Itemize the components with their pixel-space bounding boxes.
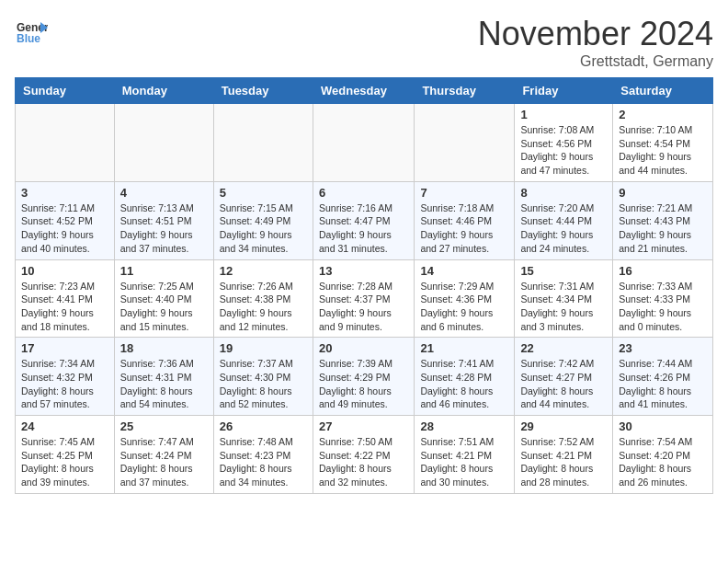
day-info: Sunrise: 7:08 AM Sunset: 4:56 PM Dayligh…: [520, 123, 607, 178]
calendar-day-cell: [313, 104, 414, 182]
day-info: Sunrise: 7:25 AM Sunset: 4:40 PM Dayligh…: [120, 280, 208, 334]
calendar-day-cell: 7Sunrise: 7:18 AM Sunset: 4:46 PM Daylig…: [415, 181, 515, 259]
day-number: 28: [420, 419, 508, 433]
day-info: Sunrise: 7:18 AM Sunset: 4:46 PM Dayligh…: [420, 201, 508, 256]
location: Grettstadt, Germany: [478, 53, 713, 70]
calendar-day-cell: 21Sunrise: 7:41 AM Sunset: 4:28 PM Dayli…: [415, 338, 515, 416]
day-info: Sunrise: 7:16 AM Sunset: 4:47 PM Dayligh…: [319, 201, 408, 256]
day-number: 2: [619, 108, 707, 121]
day-number: 17: [21, 341, 108, 355]
day-number: 11: [120, 264, 208, 278]
calendar-day-cell: [114, 104, 213, 182]
calendar-day-cell: 26Sunrise: 7:48 AM Sunset: 4:23 PM Dayli…: [213, 416, 313, 494]
day-number: 16: [619, 264, 707, 278]
calendar-day-cell: 5Sunrise: 7:15 AM Sunset: 4:49 PM Daylig…: [213, 181, 313, 259]
calendar-day-cell: [415, 104, 515, 182]
calendar-weekday-header: Friday: [515, 78, 613, 104]
day-info: Sunrise: 7:34 AM Sunset: 4:32 PM Dayligh…: [21, 357, 108, 411]
calendar-day-cell: [213, 104, 313, 182]
calendar-week-row: 10Sunrise: 7:23 AM Sunset: 4:41 PM Dayli…: [16, 259, 713, 338]
day-info: Sunrise: 7:51 AM Sunset: 4:21 PM Dayligh…: [420, 435, 508, 489]
calendar-day-cell: 23Sunrise: 7:44 AM Sunset: 4:26 PM Dayli…: [613, 338, 713, 416]
day-number: 19: [220, 341, 307, 355]
calendar-day-cell: 11Sunrise: 7:25 AM Sunset: 4:40 PM Dayli…: [114, 259, 213, 338]
day-number: 8: [520, 186, 607, 200]
logo-icon: General Blue: [15, 15, 48, 48]
calendar-body: 1Sunrise: 7:08 AM Sunset: 4:56 PM Daylig…: [16, 104, 713, 494]
calendar-header-row: SundayMondayTuesdayWednesdayThursdayFrid…: [16, 78, 713, 104]
calendar-day-cell: 18Sunrise: 7:36 AM Sunset: 4:31 PM Dayli…: [114, 338, 213, 416]
title-block: November 2024 Grettstadt, Germany: [478, 15, 713, 70]
calendar-week-row: 24Sunrise: 7:45 AM Sunset: 4:25 PM Dayli…: [16, 416, 713, 494]
day-info: Sunrise: 7:42 AM Sunset: 4:27 PM Dayligh…: [520, 357, 607, 411]
day-number: 14: [420, 264, 508, 278]
day-info: Sunrise: 7:45 AM Sunset: 4:25 PM Dayligh…: [21, 435, 108, 489]
calendar-day-cell: 25Sunrise: 7:47 AM Sunset: 4:24 PM Dayli…: [114, 416, 213, 494]
day-info: Sunrise: 7:29 AM Sunset: 4:36 PM Dayligh…: [420, 280, 508, 334]
logo: General Blue: [15, 15, 48, 48]
day-number: 4: [120, 186, 208, 200]
calendar-day-cell: 27Sunrise: 7:50 AM Sunset: 4:22 PM Dayli…: [313, 416, 414, 494]
calendar-day-cell: 1Sunrise: 7:08 AM Sunset: 4:56 PM Daylig…: [515, 104, 613, 182]
day-number: 30: [619, 419, 707, 433]
day-number: 5: [220, 186, 307, 200]
calendar-day-cell: 15Sunrise: 7:31 AM Sunset: 4:34 PM Dayli…: [515, 259, 613, 338]
calendar-day-cell: 17Sunrise: 7:34 AM Sunset: 4:32 PM Dayli…: [16, 338, 115, 416]
day-info: Sunrise: 7:23 AM Sunset: 4:41 PM Dayligh…: [21, 280, 108, 334]
day-number: 9: [619, 186, 707, 200]
day-info: Sunrise: 7:41 AM Sunset: 4:28 PM Dayligh…: [420, 357, 508, 411]
day-info: Sunrise: 7:11 AM Sunset: 4:52 PM Dayligh…: [21, 201, 108, 256]
calendar-weekday-header: Wednesday: [313, 78, 414, 104]
day-number: 20: [319, 341, 408, 355]
calendar-day-cell: 6Sunrise: 7:16 AM Sunset: 4:47 PM Daylig…: [313, 181, 414, 259]
day-info: Sunrise: 7:15 AM Sunset: 4:49 PM Dayligh…: [220, 201, 307, 256]
day-number: 23: [619, 341, 707, 355]
day-info: Sunrise: 7:44 AM Sunset: 4:26 PM Dayligh…: [619, 357, 707, 411]
day-info: Sunrise: 7:47 AM Sunset: 4:24 PM Dayligh…: [120, 435, 208, 489]
page-header: General Blue November 2024 Grettstadt, G…: [15, 15, 713, 70]
day-number: 25: [120, 419, 208, 433]
day-info: Sunrise: 7:13 AM Sunset: 4:51 PM Dayligh…: [120, 201, 208, 256]
calendar-day-cell: 2Sunrise: 7:10 AM Sunset: 4:54 PM Daylig…: [613, 104, 713, 182]
calendar-day-cell: 9Sunrise: 7:21 AM Sunset: 4:43 PM Daylig…: [613, 181, 713, 259]
calendar-day-cell: 13Sunrise: 7:28 AM Sunset: 4:37 PM Dayli…: [313, 259, 414, 338]
calendar-day-cell: 12Sunrise: 7:26 AM Sunset: 4:38 PM Dayli…: [213, 259, 313, 338]
day-number: 1: [520, 108, 607, 121]
day-number: 13: [319, 264, 408, 278]
day-info: Sunrise: 7:37 AM Sunset: 4:30 PM Dayligh…: [220, 357, 307, 411]
day-info: Sunrise: 7:52 AM Sunset: 4:21 PM Dayligh…: [520, 435, 607, 489]
month-title: November 2024: [478, 15, 713, 53]
calendar-week-row: 3Sunrise: 7:11 AM Sunset: 4:52 PM Daylig…: [16, 181, 713, 259]
day-info: Sunrise: 7:10 AM Sunset: 4:54 PM Dayligh…: [619, 123, 707, 178]
calendar-day-cell: 28Sunrise: 7:51 AM Sunset: 4:21 PM Dayli…: [415, 416, 515, 494]
day-number: 3: [21, 186, 108, 200]
day-info: Sunrise: 7:33 AM Sunset: 4:33 PM Dayligh…: [619, 280, 707, 334]
day-number: 26: [220, 419, 307, 433]
day-info: Sunrise: 7:26 AM Sunset: 4:38 PM Dayligh…: [220, 280, 307, 334]
calendar-week-row: 1Sunrise: 7:08 AM Sunset: 4:56 PM Daylig…: [16, 104, 713, 182]
calendar-week-row: 17Sunrise: 7:34 AM Sunset: 4:32 PM Dayli…: [16, 338, 713, 416]
day-number: 21: [420, 341, 508, 355]
calendar-weekday-header: Saturday: [613, 78, 713, 104]
calendar-day-cell: 30Sunrise: 7:54 AM Sunset: 4:20 PM Dayli…: [613, 416, 713, 494]
day-info: Sunrise: 7:20 AM Sunset: 4:44 PM Dayligh…: [520, 201, 607, 256]
calendar-weekday-header: Tuesday: [213, 78, 313, 104]
day-number: 10: [21, 264, 108, 278]
day-number: 12: [220, 264, 307, 278]
day-number: 24: [21, 419, 108, 433]
svg-text:Blue: Blue: [17, 32, 40, 45]
day-info: Sunrise: 7:21 AM Sunset: 4:43 PM Dayligh…: [619, 201, 707, 256]
day-info: Sunrise: 7:36 AM Sunset: 4:31 PM Dayligh…: [120, 357, 208, 411]
day-number: 7: [420, 186, 508, 200]
day-info: Sunrise: 7:48 AM Sunset: 4:23 PM Dayligh…: [220, 435, 307, 489]
day-info: Sunrise: 7:28 AM Sunset: 4:37 PM Dayligh…: [319, 280, 408, 334]
day-number: 6: [319, 186, 408, 200]
day-info: Sunrise: 7:39 AM Sunset: 4:29 PM Dayligh…: [319, 357, 408, 411]
calendar-day-cell: 24Sunrise: 7:45 AM Sunset: 4:25 PM Dayli…: [16, 416, 115, 494]
calendar-day-cell: 29Sunrise: 7:52 AM Sunset: 4:21 PM Dayli…: [515, 416, 613, 494]
calendar-day-cell: 20Sunrise: 7:39 AM Sunset: 4:29 PM Dayli…: [313, 338, 414, 416]
calendar-day-cell: [16, 104, 115, 182]
calendar-day-cell: 8Sunrise: 7:20 AM Sunset: 4:44 PM Daylig…: [515, 181, 613, 259]
calendar-table: SundayMondayTuesdayWednesdayThursdayFrid…: [15, 77, 713, 494]
day-number: 29: [520, 419, 607, 433]
